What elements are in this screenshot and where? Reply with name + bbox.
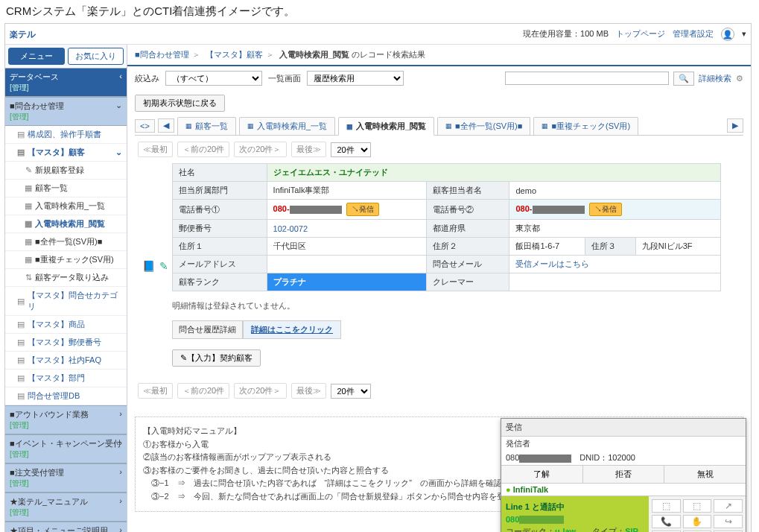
doc-icon: ▤: [17, 320, 25, 329]
cti-caller-label: 発信者: [501, 437, 746, 451]
reset-view-button[interactable]: 初期表示状態に戻る: [135, 95, 225, 112]
detail-label: 問合せ履歴詳細: [172, 320, 243, 339]
cti-key[interactable]: ⬚: [652, 499, 681, 513]
pager-first[interactable]: ≪最初: [138, 383, 173, 399]
sidebar-item[interactable]: ▤問合せ管理DB: [5, 387, 127, 405]
pager-next[interactable]: 次の20件＞: [234, 383, 286, 399]
cti-ignore-button[interactable]: 無視: [664, 466, 746, 483]
sidebar-subitem[interactable]: ▦■全件一覧(SV用)■: [5, 233, 127, 251]
sidebar-item[interactable]: ▤【マスタ】顧客⌄: [5, 144, 127, 162]
import-icon: ⇅: [25, 273, 32, 282]
sg-inquiry[interactable]: ■問合わせ管理⌄[管理]: [5, 97, 127, 126]
tab-customer-list[interactable]: ▦顧客一覧: [177, 117, 236, 135]
user-icon[interactable]: 👤: [721, 28, 734, 41]
sg-database[interactable]: データベース‹[管理]: [5, 68, 127, 97]
sidebar-subitem[interactable]: ▦■重複チェック(SV用): [5, 251, 127, 269]
pager-bottom: ≪最初 ＜前の20件 次の20件＞ 最後≫ 20件: [127, 377, 751, 405]
call-button-1[interactable]: ↘発信: [346, 203, 379, 216]
pager-last[interactable]: 最後≫: [291, 142, 326, 157]
search-button[interactable]: 🔍: [673, 72, 694, 86]
gear-icon[interactable]: ⚙: [736, 74, 743, 83]
cti-hold-icon[interactable]: ✋: [683, 515, 712, 528]
pager-perpage[interactable]: 20件: [331, 384, 371, 399]
list-icon: ▦: [25, 201, 32, 211]
redacted: [290, 206, 342, 214]
list-icon: ▦: [346, 123, 353, 130]
tab-nav-next[interactable]: ▶: [727, 118, 743, 133]
sidebar-item[interactable]: ▤構成図、操作手順書: [5, 126, 127, 144]
topbar: 楽テル 現在使用容量：100 MB トップページ 管理者設定 👤 ▾: [5, 24, 751, 45]
cti-answer-icon[interactable]: 📞: [652, 515, 681, 528]
adv-search-link[interactable]: 詳細検索: [699, 73, 731, 84]
cti-reject-button[interactable]: 拒否: [583, 466, 665, 483]
tab-incoming-list[interactable]: ▦入電時検索用_一覧: [239, 117, 335, 135]
sg-manual[interactable]: ★楽テル_マニュアル›[管理]: [5, 493, 127, 522]
doc-icon: ▤: [17, 373, 25, 383]
td-zip[interactable]: 102-0072: [267, 220, 426, 238]
td-mail: [267, 256, 426, 273]
tab-all-sv[interactable]: ▦■全件一覧(SV用)■: [437, 117, 530, 135]
list-select[interactable]: 履歴検索用: [307, 71, 404, 86]
cti-key[interactable]: ↗: [714, 499, 743, 513]
breadcrumb: ■問合わせ管理＞ 【マスタ】顧客＞ 入電時検索用_閲覧 のレコード検索結果: [127, 45, 751, 66]
sg-outbound[interactable]: ■アウトバウンド業務›[管理]: [5, 405, 127, 434]
sidebar: メニュー お気に入り データベース‹[管理] ■問合わせ管理⌄[管理] ▤構成図…: [5, 45, 127, 532]
cti-caller-number: 080 DNID：102000: [501, 451, 746, 465]
cti-accept-button[interactable]: 了解: [501, 466, 583, 483]
sidebar-tab-favorite[interactable]: お気に入り: [68, 48, 124, 65]
cti-title: 受信: [501, 419, 746, 437]
cti-keypad: ⬚⬚↗ 📞✋↪ ▭⊞⊟ ◉12 🔈✕: [649, 496, 746, 532]
td-inqmail[interactable]: 受信メールはこちら: [509, 256, 721, 273]
sidebar-subitem[interactable]: ✎新規顧客登録: [5, 162, 127, 180]
dropdown-icon[interactable]: ▾: [742, 29, 746, 39]
crumb-2[interactable]: 【マスタ】顧客: [206, 50, 263, 59]
crumb-1[interactable]: ■問合わせ管理: [135, 50, 189, 59]
call-button-2[interactable]: ↘発信: [589, 203, 622, 216]
search-input[interactable]: [505, 72, 669, 85]
tab-incoming-view[interactable]: ▦入電時検索用_閲覧: [338, 117, 434, 136]
sg-help[interactable]: ★項目・メニューご説明用›[管理]: [5, 522, 127, 532]
top-page-link[interactable]: トップページ: [616, 28, 665, 39]
tab-nav-prev[interactable]: ◀: [158, 118, 174, 133]
cti-transfer-icon[interactable]: ↪: [714, 515, 743, 528]
pager-first[interactable]: ≪最初: [138, 142, 173, 157]
chevron-down-icon: ⌄: [115, 101, 122, 110]
filter-toolbar: 絞込み （すべて） 一覧画面 履歴検索用 🔍 詳細検索 ⚙: [127, 66, 751, 90]
detail-link[interactable]: 詳細はここをクリック: [243, 320, 341, 339]
th-addr3: 住所３: [585, 238, 635, 256]
sidebar-subitem[interactable]: ⇅顧客データ取り込み: [5, 269, 127, 287]
sg-order[interactable]: ■注文受付管理›[管理]: [5, 463, 127, 493]
pager-prev[interactable]: ＜前の20件: [177, 383, 229, 399]
pager-last[interactable]: 最後≫: [291, 383, 326, 399]
tab-dup-sv[interactable]: ▦■重複チェック(SV用): [533, 117, 638, 135]
pager-next[interactable]: 次の20件＞: [234, 142, 286, 157]
admin-link[interactable]: 管理者設定: [673, 28, 714, 39]
cti-key[interactable]: ⬚: [683, 499, 712, 513]
filter-label: 絞込み: [135, 73, 159, 84]
input-contract-button[interactable]: ✎【入力】契約顧客: [172, 349, 261, 367]
pager-prev[interactable]: ＜前の20件: [177, 142, 229, 157]
pager-top: ≪最初 ＜前の20件 次の20件＞ 最後≫ 20件: [127, 136, 751, 163]
chevron-down-icon: ⌄: [115, 148, 122, 157]
sidebar-item[interactable]: ▤【マスタ】商品: [5, 316, 127, 334]
sidebar-item[interactable]: ▤【マスタ】郵便番号: [5, 334, 127, 352]
edit-icon[interactable]: ✎: [159, 260, 168, 272]
pager-perpage[interactable]: 20件: [331, 142, 371, 157]
tab-nav-expand[interactable]: <>: [135, 119, 155, 133]
sg-event[interactable]: ■イベント・キャンペーン受付›[管理]: [5, 434, 127, 463]
redacted: [519, 516, 564, 524]
list-icon: ▦: [445, 122, 452, 130]
filter-select[interactable]: （すべて）: [165, 71, 262, 86]
list-icon: ▦: [25, 237, 32, 247]
sidebar-item[interactable]: ▤【マスタ】社内FAQ: [5, 352, 127, 370]
sidebar-tab-menu[interactable]: メニュー: [8, 48, 65, 65]
td-dept: InfiniTalk事業部: [267, 182, 426, 200]
book-icon[interactable]: 📘: [142, 260, 155, 272]
sidebar-subitem[interactable]: ▦入電時検索用_一覧: [5, 197, 127, 215]
list-icon: ▦: [25, 219, 32, 229]
sidebar-item[interactable]: ▤【マスタ】部門: [5, 370, 127, 387]
sidebar-subitem-active[interactable]: ▦入電時検索用_閲覧: [5, 215, 127, 233]
redacted: [519, 455, 571, 463]
sidebar-item[interactable]: ▤【マスタ】問合せカテゴリ: [5, 287, 127, 316]
sidebar-subitem[interactable]: ▦顧客一覧: [5, 180, 127, 197]
